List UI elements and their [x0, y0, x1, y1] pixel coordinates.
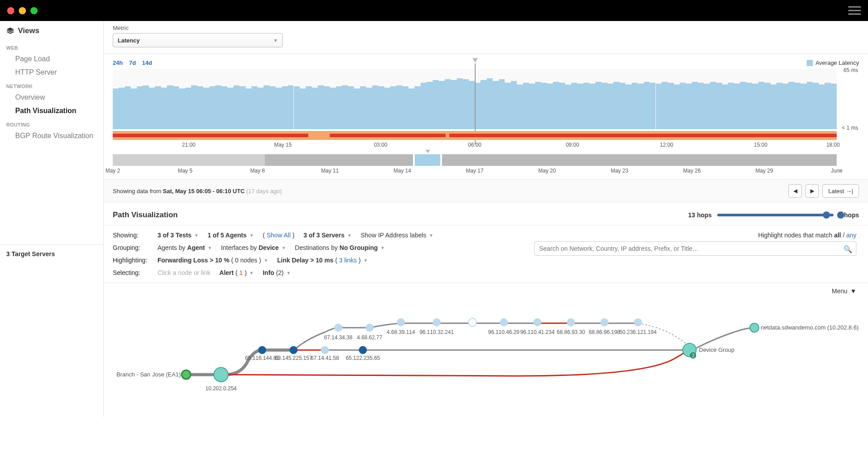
info-bar: Showing data from Sat, May 15 06:05 - 06… — [104, 179, 868, 203]
sidebar-item-path-visualization[interactable]: Path Visualization — [0, 104, 103, 118]
sidebar-section-network: NETWORK — [0, 79, 103, 91]
node-destination[interactable] — [750, 323, 759, 332]
group-agents-by[interactable]: Agents by Agent▼ — [157, 244, 212, 251]
time-range-14d[interactable]: 14d — [142, 59, 152, 66]
chevron-down-icon: ▼ — [363, 258, 368, 263]
show-ip-labels[interactable]: Show IP Address labels▼ — [361, 232, 434, 239]
time-range-list: 24h 7d 14d — [113, 59, 152, 66]
layers-icon — [6, 27, 14, 35]
hops-slider[interactable]: 13 hops 0 hops — [688, 211, 859, 219]
slider-knob-right[interactable] — [837, 211, 844, 219]
minimize-window-icon[interactable] — [19, 7, 26, 14]
sidebar-section-web: WEB — [0, 41, 103, 52]
sidebar-item-bgp-route[interactable]: BGP Route Visualization — [0, 129, 103, 143]
chevron-down-icon: ▼ — [249, 270, 254, 275]
chevron-down-icon: ▼ — [380, 245, 385, 250]
chevron-down-icon: ▼ — [850, 287, 856, 295]
node-hop[interactable] — [500, 318, 508, 326]
y-tick-max: 65 ms — [843, 67, 858, 73]
metric-row: Metric Latency ▼ — [104, 21, 868, 54]
scrubber[interactable] — [113, 154, 837, 166]
chevron-down-icon: ▼ — [286, 270, 291, 275]
svg-text:96.110.46.29: 96.110.46.29 — [488, 329, 519, 335]
highlighting-label: Highlighting: — [113, 257, 149, 264]
prev-interval-button[interactable]: ◀ — [788, 184, 802, 198]
svg-text:67.14.34.38: 67.14.34.38 — [324, 334, 353, 341]
node-router-source[interactable] — [214, 367, 228, 382]
showing-data-from: Showing data from Sat, May 15 06:05 - 06… — [113, 188, 282, 194]
node-hop-hollow[interactable] — [468, 318, 477, 326]
node-source[interactable] — [182, 370, 191, 379]
highlight-match-label: Highlight nodes that match all / any — [758, 232, 856, 239]
svg-text:96.110.41.234: 96.110.41.234 — [520, 329, 555, 335]
svg-text:Branch - San Jose (EA1): Branch - San Jose (EA1) — [116, 371, 181, 378]
show-all-link[interactable]: Show All — [267, 232, 291, 239]
node-hop[interactable] — [366, 324, 374, 332]
maximize-window-icon[interactable] — [30, 7, 38, 14]
search-box[interactable]: 🔍 — [534, 241, 856, 256]
latency-chart[interactable]: 65 ms < 1 ms — [113, 69, 837, 129]
main-content: Metric Latency ▼ 24h 7d 14d Average Late… — [104, 21, 868, 417]
svg-text:10.202.0.254: 10.202.0.254 — [205, 385, 237, 392]
node-hop[interactable] — [321, 346, 329, 354]
showing-tests[interactable]: 3 of 3 Tests▼ — [157, 232, 199, 239]
showing-label: Showing: — [113, 232, 149, 239]
group-destinations-by[interactable]: Destinations by No Grouping▼ — [295, 244, 385, 251]
info-dropdown[interactable]: Info (2)▼ — [263, 269, 291, 276]
node-hop[interactable] — [533, 318, 541, 326]
sidebar-section-routing: ROUTING — [0, 118, 103, 129]
svg-text:68.86.96.198: 68.86.96.198 — [589, 329, 620, 335]
sidebar-item-overview[interactable]: Overview — [0, 91, 103, 104]
latest-button[interactable]: Latest→| — [822, 184, 859, 198]
scrubber-labels: May 2May 5May 8May 11May 14May 17May 20M… — [113, 168, 837, 176]
hamburger-menu-icon[interactable] — [848, 6, 861, 15]
skip-end-icon: →| — [846, 188, 853, 194]
chevron-down-icon: ▼ — [194, 233, 199, 238]
marker-triangle-icon — [472, 58, 478, 63]
next-interval-button[interactable]: ▶ — [805, 184, 819, 198]
chevron-down-icon: ▼ — [281, 245, 286, 250]
chevron-down-icon: ▼ — [264, 258, 268, 263]
views-sidebar: Views WEB Page Load HTTP Server NETWORK … — [0, 21, 104, 417]
metric-select[interactable]: Latency ▼ — [113, 33, 283, 47]
close-window-icon[interactable] — [7, 7, 14, 14]
svg-text:netdata.sdwandemo.com (10.202.: netdata.sdwandemo.com (10.202.8.6) — [761, 324, 859, 331]
svg-text:4.68.62.77: 4.68.62.77 — [357, 334, 383, 341]
match-any-link[interactable]: any — [846, 232, 856, 239]
node-hop[interactable] — [258, 346, 266, 354]
time-range-7d[interactable]: 7d — [129, 59, 136, 66]
node-hop[interactable] — [397, 318, 405, 326]
slider-track[interactable] — [717, 214, 834, 216]
node-hop[interactable] — [359, 346, 367, 354]
sidebar-item-page-load[interactable]: Page Load — [0, 52, 103, 66]
showing-servers[interactable]: 3 of 3 Servers▼ — [303, 232, 352, 239]
node-hop[interactable] — [634, 318, 642, 326]
chart-legend: Average Latency — [807, 59, 859, 66]
search-icon[interactable]: 🔍 — [843, 245, 852, 253]
svg-text:50.236.121.194: 50.236.121.194 — [619, 329, 657, 335]
controls-block: Highlight nodes that match all / any 🔍 S… — [104, 225, 868, 283]
node-hop[interactable] — [567, 318, 575, 326]
link-delay-filter[interactable]: Link Delay > 10 ms ( 3 links ) ▼ — [277, 257, 368, 264]
sidebar-header: Views — [0, 26, 103, 41]
slider-knob-left[interactable] — [823, 211, 830, 219]
search-input[interactable] — [539, 242, 841, 255]
group-interfaces-by[interactable]: Interfaces by Device▼ — [221, 244, 286, 251]
node-hop[interactable] — [334, 324, 342, 332]
axis-labels-top: 21:00May 1503:0006:0009:0012:0015:0018:0… — [113, 142, 837, 150]
node-hop[interactable] — [289, 346, 298, 354]
topology-graph[interactable]: 3 Branch - San Jose (EA1) 10.202.0.254 6… — [113, 296, 859, 404]
time-range-24h[interactable]: 24h — [113, 59, 123, 66]
topology-menu[interactable]: Menu▼ — [832, 287, 856, 295]
legend-swatch — [807, 60, 813, 66]
node-hop[interactable] — [433, 318, 441, 326]
node-hop[interactable] — [600, 318, 608, 326]
svg-text:65.122.235.65: 65.122.235.65 — [346, 355, 380, 361]
showing-agents[interactable]: 1 of 5 Agents▼ — [208, 232, 254, 239]
svg-text:Device Group: Device Group — [699, 346, 734, 353]
time-range-bold: Sat, May 15 06:05 - 06:10 UTC — [163, 188, 245, 194]
alert-dropdown[interactable]: Alert (1)▼ — [219, 269, 254, 276]
traffic-lights — [7, 7, 38, 14]
fwd-loss-filter[interactable]: Forwarding Loss > 10 % ( 0 nodes ) ▼ — [157, 257, 268, 264]
sidebar-item-http-server[interactable]: HTTP Server — [0, 66, 103, 79]
